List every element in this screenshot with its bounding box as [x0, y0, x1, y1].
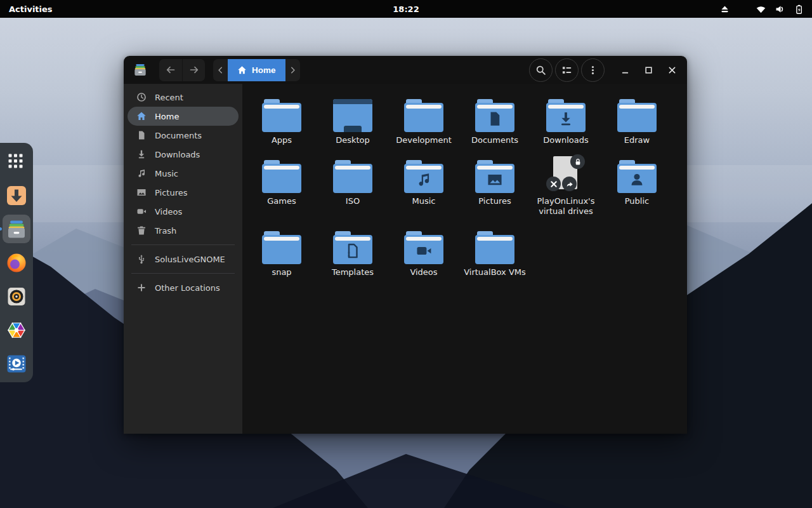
minimize-button[interactable] [617, 62, 632, 77]
forward-button[interactable] [182, 59, 205, 81]
status-area[interactable] [719, 4, 812, 15]
document-icon [136, 130, 147, 140]
file-item-public[interactable]: Public [601, 155, 672, 217]
minimize-icon [620, 65, 630, 75]
path-scroll-left-button[interactable] [213, 59, 228, 81]
file-item-virtualbox-vms[interactable]: VirtualBox VMs [459, 226, 530, 277]
folder-icon [330, 226, 376, 264]
file-item-pictures[interactable]: Pictures [459, 155, 530, 217]
file-item-templates[interactable]: Templates [317, 226, 388, 277]
path-segment-label: Home [252, 65, 276, 75]
titlebar-right [529, 58, 679, 82]
window-controls [617, 62, 679, 77]
path-segment-home[interactable]: Home [228, 59, 285, 81]
file-item-games[interactable]: Games [246, 155, 317, 217]
volume-icon[interactable] [775, 4, 785, 15]
file-label: PlayOnLinux's virtual drives [537, 196, 595, 217]
files-app-icon [133, 62, 148, 77]
file-item-playonlinux-s[interactable]: PlayOnLinux's virtual drives [530, 155, 601, 217]
file-label: Templates [332, 267, 374, 277]
files-dock-icon[interactable] [4, 217, 29, 241]
photos-dock-icon[interactable] [4, 318, 29, 342]
file-label: Development [396, 135, 452, 145]
chevron-right-icon [289, 66, 297, 74]
chevron-left-icon [216, 66, 225, 74]
file-label: Apps [272, 135, 292, 145]
file-item-desktop[interactable]: Desktop [317, 94, 388, 145]
desktop-icon [330, 94, 376, 132]
battery-charging-icon[interactable] [794, 4, 804, 15]
kebab-menu-icon [587, 65, 598, 76]
sidebar-item-videos[interactable]: Videos [128, 202, 239, 221]
clock[interactable]: 18:22 [0, 4, 812, 14]
file-label: Pictures [478, 196, 511, 206]
photo-emblem-icon [487, 171, 503, 188]
back-button[interactable] [159, 59, 182, 81]
nav-buttons [159, 59, 205, 81]
video-camera-emblem-icon [416, 243, 432, 259]
sidebar-item-soluslivegnome[interactable]: SolusLiveGNOME [128, 250, 239, 269]
video-camera-icon [136, 206, 147, 217]
file-label: Games [267, 196, 296, 206]
eject-icon[interactable] [719, 4, 730, 15]
maximize-button[interactable] [641, 62, 656, 77]
sidebar-item-recent[interactable]: Recent [128, 88, 239, 107]
download-emblem-icon [558, 110, 574, 127]
sidebar-separator [131, 244, 235, 245]
video-player-dock-icon[interactable] [4, 352, 29, 375]
file-item-downloads[interactable]: Downloads [530, 94, 601, 145]
menu-button[interactable] [581, 58, 605, 82]
template-emblem-icon [344, 243, 361, 259]
sidebar-item-trash[interactable]: Trash [128, 221, 239, 240]
shortcut-badge-icon [562, 177, 577, 191]
folder-icon [472, 226, 518, 264]
sidebar-item-pictures[interactable]: Pictures [128, 183, 239, 202]
sidebar-item-label: Downloads [155, 150, 200, 159]
sidebar-item-documents[interactable]: Documents [128, 126, 239, 145]
file-view[interactable]: Apps Desktop Development Documents Downl… [242, 84, 687, 434]
folder-icon [259, 226, 304, 264]
trash-icon [136, 225, 147, 236]
file-item-development[interactable]: Development [388, 94, 459, 145]
wifi-icon[interactable] [756, 4, 766, 15]
dock [0, 143, 33, 382]
sidebar-item-other-locations[interactable]: Other Locations [128, 278, 239, 297]
search-button[interactable] [529, 58, 553, 82]
folder-icon [472, 155, 518, 193]
top-bar: Activities 18:22 [0, 0, 812, 18]
sidebar-item-downloads[interactable]: Downloads [128, 145, 239, 164]
clock-icon [136, 92, 147, 102]
plus-icon [136, 283, 147, 293]
path-scroll-right-button[interactable] [285, 59, 300, 81]
file-item-snap[interactable]: snap [246, 226, 317, 277]
firefox-dock-icon[interactable] [4, 251, 29, 274]
titlebar[interactable]: Home [124, 56, 687, 84]
path-bar: Home [213, 59, 300, 81]
app-grid-dock-icon[interactable] [4, 150, 29, 173]
sidebar: Recent Home Documents Downloads Music Pi… [124, 84, 242, 434]
folder-icon [401, 94, 447, 132]
sidebar-item-home[interactable]: Home [128, 107, 239, 126]
close-button[interactable] [664, 62, 679, 77]
sidebar-item-music[interactable]: Music [128, 164, 239, 183]
file-item-documents[interactable]: Documents [459, 94, 530, 145]
folder-icon [259, 94, 304, 132]
installer-dock-icon[interactable] [4, 184, 29, 207]
running-indicator [0, 227, 2, 231]
file-item-apps[interactable]: Apps [246, 94, 317, 145]
folder-icon [259, 155, 304, 193]
sidebar-separator [131, 273, 235, 274]
folder-icon [330, 155, 376, 193]
file-item-videos[interactable]: Videos [388, 226, 459, 277]
file-item-iso[interactable]: ISO [317, 155, 388, 217]
file-label: snap [272, 267, 291, 277]
search-icon [535, 65, 546, 76]
music-note-emblem-icon [416, 171, 432, 188]
arrow-left-icon [166, 65, 176, 75]
file-item-music[interactable]: Music [388, 155, 459, 217]
file-item-edraw[interactable]: Edraw [601, 94, 672, 145]
activities-button[interactable]: Activities [0, 0, 62, 18]
view-options-button[interactable] [555, 58, 579, 82]
sidebar-item-label: Documents [155, 131, 202, 140]
music-player-dock-icon[interactable] [4, 284, 29, 308]
